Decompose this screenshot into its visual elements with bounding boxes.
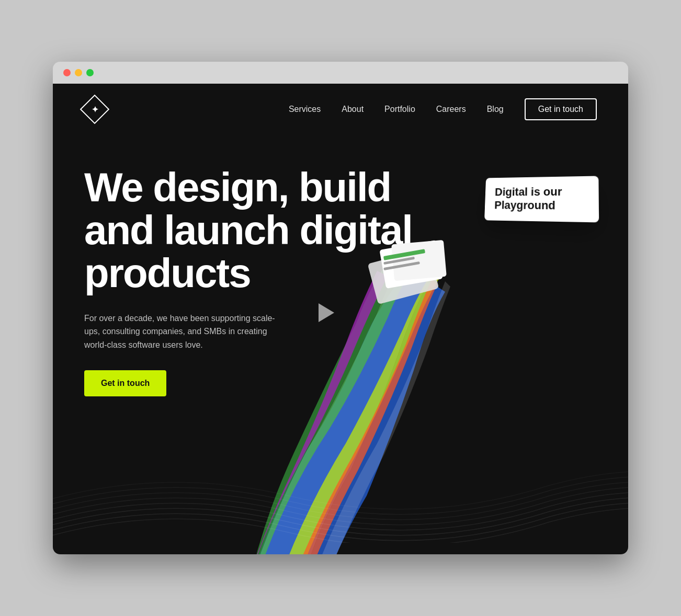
browser-window: ✦ Services About Portfolio Careers Blog xyxy=(53,62,628,554)
play-icon xyxy=(319,303,334,322)
traffic-light-close[interactable] xyxy=(63,69,71,76)
nav-get-in-touch-button[interactable]: Get in touch xyxy=(525,98,597,120)
traffic-light-minimize[interactable] xyxy=(75,69,82,76)
traffic-light-fullscreen[interactable] xyxy=(86,69,94,76)
nav-links: Services About Portfolio Careers Blog Ge… xyxy=(289,98,597,120)
logo[interactable]: ✦ xyxy=(80,95,110,124)
logo-icon: ✦ xyxy=(92,105,98,115)
nav-link-careers[interactable]: Careers xyxy=(436,105,466,113)
hero-cta-button[interactable]: Get in touch xyxy=(84,370,166,396)
nav-item-services[interactable]: Services xyxy=(289,105,321,114)
nav-item-careers[interactable]: Careers xyxy=(436,105,466,114)
nav-link-services[interactable]: Services xyxy=(289,105,321,113)
nav-cta-item: Get in touch xyxy=(525,98,597,120)
browser-content: ✦ Services About Portfolio Careers Blog xyxy=(53,84,628,554)
wave-lines xyxy=(53,449,628,543)
digital-card-title: Digital is our Playground xyxy=(494,185,588,213)
nav-link-blog[interactable]: Blog xyxy=(487,105,504,113)
nav-link-about[interactable]: About xyxy=(342,105,364,113)
nav-item-blog[interactable]: Blog xyxy=(487,105,504,114)
nav-item-portfolio[interactable]: Portfolio xyxy=(384,105,415,114)
hero-section: We design, build and launch digital prod… xyxy=(53,135,628,543)
browser-chrome xyxy=(53,62,628,84)
play-button[interactable] xyxy=(309,297,340,328)
nav-link-portfolio[interactable]: Portfolio xyxy=(384,105,415,113)
navbar: ✦ Services About Portfolio Careers Blog xyxy=(53,84,628,135)
nav-item-about[interactable]: About xyxy=(342,105,364,114)
digital-card: Digital is our Playground xyxy=(484,176,599,222)
